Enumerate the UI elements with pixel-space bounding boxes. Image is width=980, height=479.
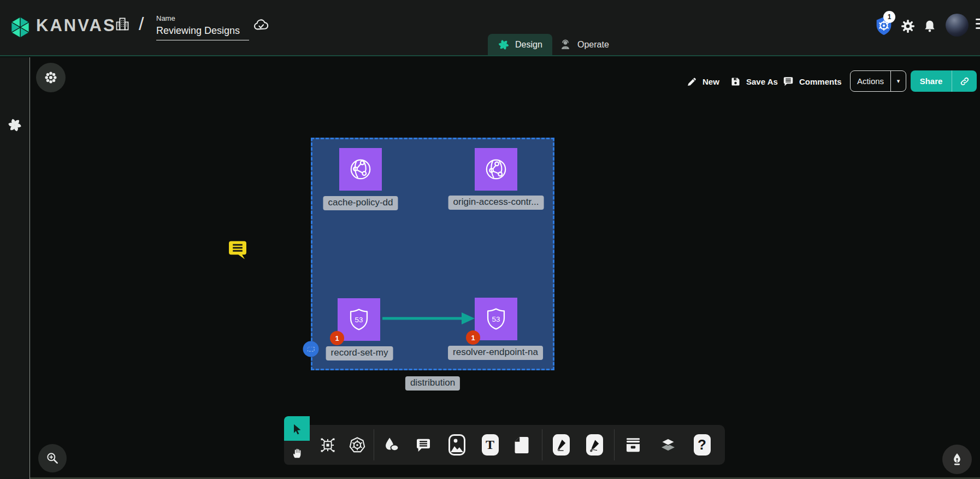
cursor-arrow-icon bbox=[291, 423, 303, 435]
resolver-endpoint-error-badge[interactable]: 1 bbox=[466, 330, 480, 345]
frame-icon bbox=[308, 347, 315, 352]
kanvas-app: KANVAS / Name bbox=[0, 0, 980, 479]
bottom-toolbar: T bbox=[310, 425, 725, 465]
toolbar-divider bbox=[614, 429, 615, 460]
question-mark-icon: ? bbox=[694, 434, 711, 456]
kubernetes-wheel-icon bbox=[347, 435, 367, 455]
comments-button-label: Comments bbox=[799, 77, 842, 86]
toolbar-divider bbox=[374, 429, 374, 460]
copy-link-button[interactable] bbox=[952, 76, 977, 87]
tab-operate[interactable]: Operate bbox=[549, 34, 619, 55]
node-label-cache-policy[interactable]: cache-policy-dd bbox=[323, 196, 398, 210]
tool-comment-button[interactable] bbox=[410, 425, 436, 465]
text-tool-icon: T bbox=[482, 434, 499, 456]
new-button-label: New bbox=[702, 77, 719, 86]
new-button[interactable]: New bbox=[686, 72, 719, 91]
tool-shapes-button[interactable] bbox=[379, 425, 405, 465]
tool-image-button[interactable] bbox=[444, 425, 470, 465]
share-button-label: Share bbox=[911, 76, 952, 86]
design-name-input[interactable] bbox=[156, 24, 249, 40]
tool-layers-button[interactable] bbox=[655, 425, 681, 465]
tool-help-button[interactable]: ? bbox=[689, 425, 715, 465]
selection-frame-handle[interactable] bbox=[303, 341, 319, 357]
archive-drawer-icon bbox=[624, 436, 642, 454]
settings-gear-icon[interactable] bbox=[900, 18, 916, 34]
cloudfront-globe-icon bbox=[347, 156, 374, 182]
node-cache-policy[interactable] bbox=[339, 148, 382, 191]
canvas-comment-marker[interactable] bbox=[226, 237, 250, 262]
node-record-set[interactable]: 53 bbox=[338, 298, 380, 341]
node-origin-access-control[interactable] bbox=[475, 148, 517, 191]
save-floppy-icon bbox=[730, 76, 741, 87]
link-icon bbox=[959, 76, 970, 87]
image-icon bbox=[448, 434, 465, 456]
loading-spinner bbox=[36, 63, 66, 92]
tool-text-button[interactable]: T bbox=[477, 425, 503, 465]
tool-archive-button[interactable] bbox=[620, 425, 646, 465]
notification-count-badge: 1 bbox=[883, 11, 895, 23]
zoom-in-button[interactable] bbox=[38, 444, 67, 472]
share-button[interactable]: Share bbox=[911, 70, 977, 92]
tool-pencil-button[interactable] bbox=[581, 425, 607, 465]
operate-headset-icon bbox=[559, 38, 572, 51]
caret-down-icon[interactable]: ▾ bbox=[891, 78, 906, 85]
shapes-icon bbox=[382, 436, 401, 454]
pencil-draw-icon bbox=[586, 434, 603, 456]
node-label-record-set[interactable]: record-set-my bbox=[326, 346, 393, 360]
notifications-bell-icon[interactable] bbox=[922, 18, 937, 34]
tab-operate-label: Operate bbox=[577, 40, 609, 50]
save-as-button-label: Save As bbox=[746, 77, 778, 86]
save-as-button[interactable]: Save As bbox=[730, 72, 778, 91]
comments-button[interactable]: Comments bbox=[782, 72, 842, 91]
user-avatar[interactable] bbox=[946, 14, 969, 37]
design-pinwheel-icon bbox=[498, 39, 510, 51]
breadcrumb-slash: / bbox=[139, 13, 144, 34]
route53-shield-icon: 53 bbox=[346, 307, 371, 332]
pen-tool-icon bbox=[553, 434, 570, 456]
pointer-tools-column bbox=[284, 416, 310, 465]
kanvas-logo-icon bbox=[8, 14, 33, 40]
tab-design-label: Design bbox=[515, 40, 542, 50]
tool-select-button[interactable] bbox=[284, 416, 310, 441]
node-label-origin-access-control[interactable]: origin-access-contr... bbox=[448, 196, 544, 210]
left-sidebar: > bbox=[0, 57, 30, 479]
flower-spinner-icon bbox=[44, 70, 58, 85]
name-field-label: Name bbox=[156, 14, 249, 22]
svg-text:53: 53 bbox=[492, 315, 500, 323]
design-name-field: Name bbox=[156, 14, 249, 40]
node-label-resolver-endpoint[interactable]: resolver-endpoint-na bbox=[448, 346, 543, 360]
cloud-sync-icon[interactable] bbox=[251, 16, 271, 34]
connection-arrow[interactable] bbox=[381, 311, 476, 326]
node-resolver-endpoint[interactable]: 53 bbox=[475, 298, 517, 340]
pencil-new-icon bbox=[686, 76, 698, 87]
hand-pan-icon bbox=[291, 446, 303, 459]
app-header: KANVAS / Name bbox=[0, 0, 980, 56]
actions-button[interactable]: Actions ▾ bbox=[850, 70, 906, 92]
sticky-note-icon bbox=[513, 435, 530, 455]
overflow-menu-icon[interactable] bbox=[976, 19, 980, 32]
organization-icon[interactable] bbox=[115, 16, 130, 32]
cloudfront-globe-icon bbox=[483, 156, 509, 182]
tool-kubernetes-button[interactable] bbox=[344, 425, 370, 465]
comment-tool-icon bbox=[415, 436, 432, 454]
record-set-error-badge[interactable]: 1 bbox=[330, 331, 344, 345]
svg-text:53: 53 bbox=[355, 316, 363, 324]
pen-mode-button[interactable] bbox=[942, 445, 972, 474]
tool-aws-components-button[interactable] bbox=[315, 425, 341, 465]
toolbar-divider bbox=[542, 429, 542, 460]
logo-wordmark: KANVAS bbox=[36, 16, 116, 36]
tool-note-button[interactable] bbox=[509, 425, 535, 465]
sidebar-pinwheel-icon[interactable] bbox=[7, 117, 22, 133]
comment-bubble-icon bbox=[226, 237, 250, 262]
group-label-distribution[interactable]: distribution bbox=[405, 376, 460, 391]
pen-nib-icon bbox=[949, 452, 965, 467]
tool-pan-button[interactable] bbox=[284, 441, 310, 465]
zoom-in-icon bbox=[45, 451, 60, 465]
route53-shield-icon: 53 bbox=[483, 306, 509, 332]
tab-design[interactable]: Design bbox=[488, 34, 552, 55]
tool-pen-button[interactable] bbox=[548, 425, 574, 465]
chip-icon bbox=[318, 436, 337, 454]
layers-icon bbox=[659, 436, 677, 454]
actions-button-label: Actions bbox=[851, 76, 890, 86]
comments-bubble-icon bbox=[782, 75, 794, 87]
